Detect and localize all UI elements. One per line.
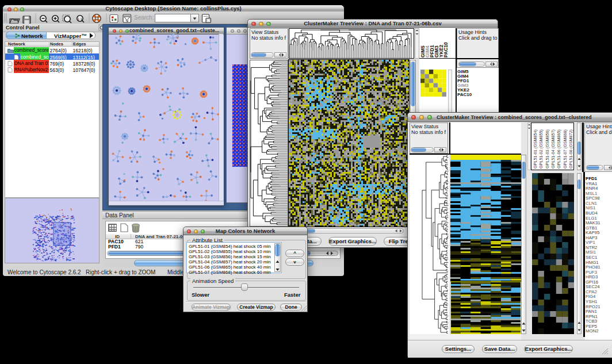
svg-text:GPL51-01 (GSM854): GPL51-01 (GSM854) — [533, 129, 538, 168]
svg-text:GPL51-04 (GSM857): GPL51-04 (GSM857) — [550, 129, 556, 168]
svg-text:GPL51-03 (GSM856): GPL51-03 (GSM856) — [545, 129, 550, 168]
svg-text:PAC10: PAC10 — [443, 42, 449, 58]
svg-text:GPL51-06 (GSM865): GPL51-06 (GSM865) — [556, 129, 561, 168]
svg-text:GPL51-02 (GSM855): GPL51-02 (GSM855) — [538, 129, 544, 168]
svg-text:GPL51-07 (GSM868): GPL51-07 (GSM868) — [563, 129, 568, 168]
svg-text:GPL51-08 (GSM872): GPL51-08 (GSM872) — [568, 129, 573, 168]
svg-text:1:1: 1:1 — [78, 17, 83, 21]
